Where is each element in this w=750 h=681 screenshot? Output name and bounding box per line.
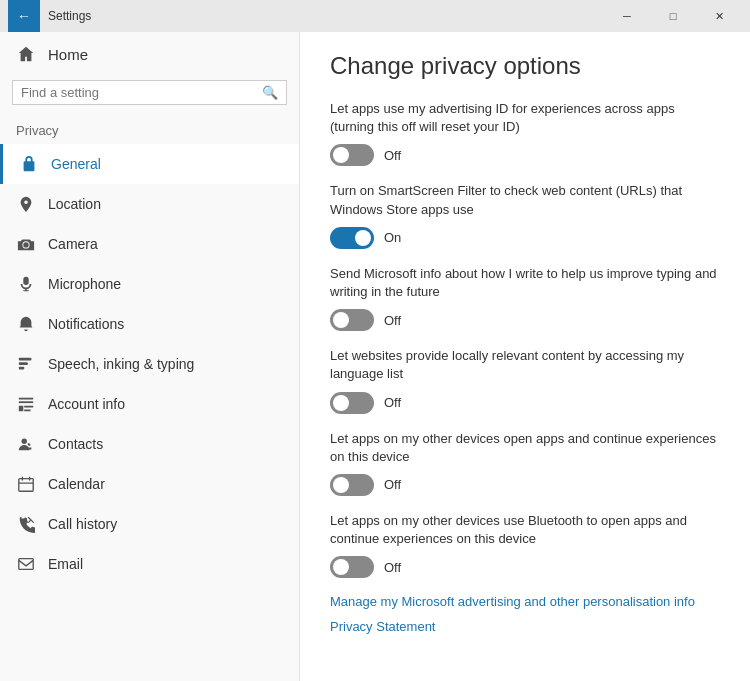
calendar-icon [16,474,36,494]
nav-items: GeneralLocationCameraMicrophoneNotificat… [0,144,299,584]
svg-point-7 [22,439,27,444]
svg-rect-4 [19,367,24,370]
toggle-thumb-1 [355,230,371,246]
home-nav-item[interactable]: Home [0,32,299,76]
speech-icon [16,354,36,374]
svg-rect-8 [19,479,33,492]
minimize-button[interactable]: ─ [604,0,650,32]
sidebar: Home 🔍 Privacy GeneralLocationCameraMicr… [0,32,300,681]
sidebar-item-speech-label: Speech, inking & typing [48,356,194,372]
setting-desc-3: Let websites provide locally relevant co… [330,347,720,383]
sidebar-item-camera-label: Camera [48,236,98,252]
email-icon [16,554,36,574]
svg-rect-9 [19,559,33,570]
sidebar-item-camera[interactable]: Camera [0,224,299,264]
setting-desc-5: Let apps on my other devices use Bluetoo… [330,512,720,548]
svg-rect-1 [23,277,28,285]
sidebar-item-speech[interactable]: Speech, inking & typing [0,344,299,384]
svg-rect-3 [19,362,28,365]
toggle-label-1: On [384,230,401,245]
toggle-4[interactable] [330,474,374,496]
sidebar-item-account[interactable]: Account info [0,384,299,424]
setting-desc-4: Let apps on my other devices open apps a… [330,430,720,466]
toggle-3[interactable] [330,392,374,414]
sidebar-item-callhistory[interactable]: Call history [0,504,299,544]
account-icon [16,394,36,414]
sidebar-item-location[interactable]: Location [0,184,299,224]
back-icon: ← [17,8,31,24]
sidebar-item-microphone-label: Microphone [48,276,121,292]
toggle-label-4: Off [384,477,401,492]
toggle-row-4: Off [330,474,720,496]
setting-desc-2: Send Microsoft info about how I write to… [330,265,720,301]
maximize-button[interactable]: □ [650,0,696,32]
toggle-thumb-2 [333,312,349,328]
home-label: Home [48,46,88,63]
window-controls: ─ □ ✕ [604,0,742,32]
toggle-row-3: Off [330,392,720,414]
lock-icon [19,154,39,174]
location-icon [16,194,36,214]
callhistory-icon [16,514,36,534]
privacy-section-label: Privacy [0,117,299,144]
content-area: Change privacy options Let apps use my a… [300,32,750,681]
toggle-label-5: Off [384,560,401,575]
sidebar-item-email[interactable]: Email [0,544,299,584]
sidebar-item-calendar[interactable]: Calendar [0,464,299,504]
svg-point-0 [23,242,28,247]
toggle-0[interactable] [330,144,374,166]
setting-desc-0: Let apps use my advertising ID for exper… [330,100,720,136]
sidebar-item-location-label: Location [48,196,101,212]
sidebar-item-general[interactable]: General [0,144,299,184]
sidebar-item-contacts-label: Contacts [48,436,103,452]
toggle-1[interactable] [330,227,374,249]
notifications-icon [16,314,36,334]
setting-item-1: Turn on SmartScreen Filter to check web … [330,182,720,248]
setting-item-2: Send Microsoft info about how I write to… [330,265,720,331]
home-icon [16,44,36,64]
toggle-2[interactable] [330,309,374,331]
toggle-label-3: Off [384,395,401,410]
sidebar-item-microphone[interactable]: Microphone [0,264,299,304]
sidebar-item-contacts[interactable]: Contacts [0,424,299,464]
contacts-icon [16,434,36,454]
search-box: 🔍 [12,80,287,105]
titlebar: ← Settings ─ □ ✕ [0,0,750,32]
sidebar-item-general-label: General [51,156,101,172]
toggle-row-5: Off [330,556,720,578]
svg-rect-6 [19,401,33,403]
setting-item-0: Let apps use my advertising ID for exper… [330,100,720,166]
sidebar-item-email-label: Email [48,556,83,572]
toggle-5[interactable] [330,556,374,578]
search-icon: 🔍 [262,85,278,100]
search-input[interactable] [21,85,262,100]
toggle-thumb-0 [333,147,349,163]
content-link-1[interactable]: Privacy Statement [330,619,720,634]
svg-rect-2 [19,358,32,361]
toggle-thumb-3 [333,395,349,411]
toggle-row-1: On [330,227,720,249]
setting-item-3: Let websites provide locally relevant co… [330,347,720,413]
sidebar-item-notifications-label: Notifications [48,316,124,332]
back-button[interactable]: ← [8,0,40,32]
microphone-icon [16,274,36,294]
sidebar-item-notifications[interactable]: Notifications [0,304,299,344]
links-container: Manage my Microsoft advertising and othe… [330,594,720,634]
setting-item-4: Let apps on my other devices open apps a… [330,430,720,496]
setting-item-5: Let apps on my other devices use Bluetoo… [330,512,720,578]
main-content: Home 🔍 Privacy GeneralLocationCameraMicr… [0,32,750,681]
content-link-0[interactable]: Manage my Microsoft advertising and othe… [330,594,720,609]
setting-desc-1: Turn on SmartScreen Filter to check web … [330,182,720,218]
toggle-row-2: Off [330,309,720,331]
camera-icon [16,234,36,254]
sidebar-item-calendar-label: Calendar [48,476,105,492]
window-title: Settings [40,9,604,23]
toggle-row-0: Off [330,144,720,166]
settings-window: ← Settings ─ □ ✕ Home 🔍 [0,0,750,681]
page-title: Change privacy options [330,52,720,80]
toggle-thumb-4 [333,477,349,493]
toggle-label-0: Off [384,148,401,163]
toggle-thumb-5 [333,559,349,575]
close-button[interactable]: ✕ [696,0,742,32]
settings-list: Let apps use my advertising ID for exper… [330,100,720,578]
